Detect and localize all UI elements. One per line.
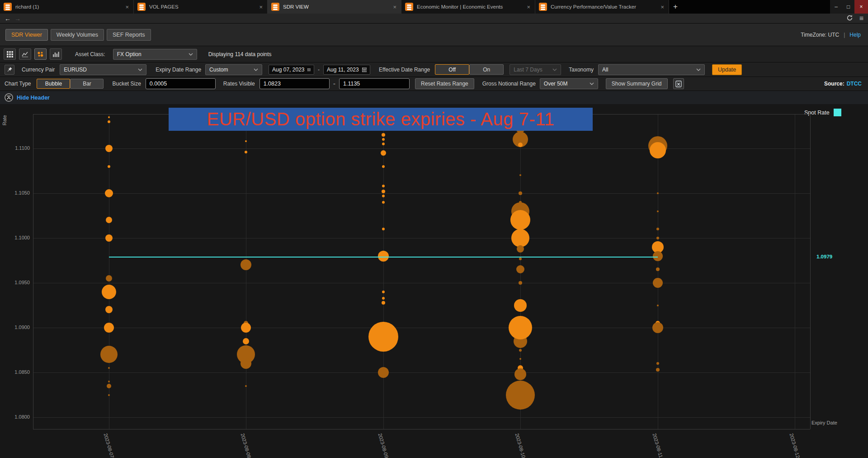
bubble[interactable] — [382, 165, 385, 168]
bubble[interactable] — [105, 145, 113, 152]
bubble[interactable] — [519, 258, 522, 260]
browser-tab-currency-tracker[interactable]: Currency Performance/Value Tracker × — [535, 0, 669, 14]
bubble[interactable] — [108, 120, 110, 123]
bubble[interactable] — [519, 349, 522, 352]
collapse-icon[interactable] — [5, 93, 13, 102]
reset-rates-range-button[interactable]: Reset Rates Range — [415, 78, 474, 89]
effective-range-off-button[interactable]: Off — [435, 64, 469, 75]
new-tab-button[interactable]: + — [669, 0, 682, 14]
update-button[interactable]: Update — [712, 64, 742, 75]
bubble[interactable] — [653, 278, 663, 288]
bubble[interactable] — [656, 237, 659, 239]
bubble[interactable] — [382, 143, 385, 145]
bubble[interactable] — [657, 192, 659, 194]
bubble[interactable] — [382, 201, 385, 204]
bubble[interactable] — [506, 381, 535, 410]
bubble[interactable] — [104, 323, 114, 333]
bubble[interactable] — [107, 384, 111, 388]
bubble[interactable] — [241, 259, 251, 270]
close-button[interactable]: × — [854, 0, 868, 14]
tab-close-icon[interactable]: × — [660, 4, 665, 10]
back-icon[interactable]: ← — [5, 15, 11, 22]
bubble[interactable] — [657, 305, 659, 306]
bubble[interactable] — [519, 358, 521, 360]
menu-icon[interactable]: ≡ — [859, 14, 863, 23]
bubble[interactable] — [368, 322, 398, 352]
bubble[interactable] — [106, 217, 112, 223]
tab-weekly-volumes[interactable]: Weekly Volumes — [51, 29, 104, 41]
bubble[interactable] — [509, 316, 532, 339]
tab-sdr-viewer[interactable]: SDR Viewer — [5, 29, 48, 41]
bubble[interactable] — [381, 150, 386, 156]
rates-max-input[interactable]: 1.1135 — [339, 78, 410, 89]
date-from-field[interactable]: Aug 07, 2023 — [269, 65, 314, 75]
bubble[interactable] — [652, 322, 663, 333]
taxonomy-dropdown[interactable]: All — [598, 64, 705, 75]
bubble[interactable] — [241, 358, 251, 369]
source-value-link[interactable]: DTCC — [847, 81, 862, 87]
gross-notional-dropdown[interactable]: Over 50M — [540, 78, 598, 89]
bubble[interactable] — [100, 346, 118, 363]
currency-pair-dropdown[interactable]: EURUSD — [60, 64, 146, 75]
chart-type-bar-button[interactable]: Bar — [70, 79, 104, 89]
bubble[interactable] — [519, 174, 521, 176]
bubble[interactable] — [105, 189, 113, 197]
show-summary-grid-button[interactable]: Show Summary Grid — [606, 78, 668, 89]
bubble[interactable] — [108, 394, 110, 396]
bucket-size-input[interactable]: 0.0005 — [146, 78, 216, 89]
bubble[interactable] — [108, 367, 110, 369]
bubble[interactable] — [656, 267, 660, 271]
bubble[interactable] — [382, 195, 385, 197]
chart-type-bubble-button[interactable]: Bubble — [37, 79, 70, 89]
bubble[interactable] — [378, 367, 389, 378]
effective-range-on-button[interactable]: On — [469, 64, 504, 75]
bubble[interactable] — [243, 338, 249, 344]
bubble[interactable] — [245, 140, 247, 142]
pin-button[interactable] — [5, 65, 14, 75]
bubble[interactable] — [108, 165, 110, 168]
tab-sef-reports[interactable]: SEF Reports — [107, 29, 151, 41]
bubble[interactable] — [514, 299, 527, 312]
bubble[interactable] — [519, 281, 522, 285]
bubble[interactable] — [656, 228, 659, 230]
hide-header-link[interactable]: Hide Header — [17, 95, 50, 101]
browser-tab-vol-pages[interactable]: VOL PAGES × — [134, 0, 268, 14]
tab-close-icon[interactable]: × — [124, 4, 130, 10]
bubble[interactable] — [245, 385, 247, 387]
bubble[interactable] — [511, 229, 529, 247]
browser-tab-richard[interactable]: richard (1) × — [0, 0, 134, 14]
bubble[interactable] — [105, 306, 113, 313]
bubble[interactable] — [510, 210, 530, 230]
bubble[interactable] — [656, 368, 660, 372]
bubble[interactable] — [245, 151, 247, 153]
bubble[interactable] — [514, 368, 526, 380]
bubble[interactable] — [650, 142, 666, 158]
bubble[interactable] — [517, 245, 524, 253]
line-chart-view-button[interactable] — [19, 48, 31, 60]
bubble[interactable] — [516, 265, 524, 273]
rates-min-input[interactable]: 1.0823 — [259, 78, 330, 89]
refresh-icon[interactable] — [846, 14, 853, 23]
bubble[interactable] — [102, 285, 116, 299]
date-to-field[interactable]: Aug 11, 2023 — [323, 65, 370, 75]
expiry-date-range-dropdown[interactable]: Custom — [205, 64, 262, 75]
bubble[interactable] — [382, 133, 385, 137]
bubble[interactable] — [519, 191, 522, 195]
browser-tab-economic-monitor[interactable]: Economic Monitor | Economic Events × — [401, 0, 535, 14]
forward-icon[interactable]: → — [14, 15, 21, 22]
bubble[interactable] — [382, 297, 385, 300]
bubble[interactable] — [105, 234, 113, 242]
restore-button[interactable]: □ — [842, 0, 854, 14]
bubble[interactable] — [382, 138, 385, 141]
tab-close-icon[interactable]: × — [392, 4, 397, 10]
browser-tab-sdr-view[interactable]: SDR VIEW × — [268, 0, 401, 14]
asset-class-dropdown[interactable]: FX Option — [113, 49, 197, 60]
bubble[interactable] — [382, 185, 385, 187]
excel-export-button[interactable] — [673, 78, 684, 89]
help-link[interactable]: Help — [849, 32, 861, 38]
bubble[interactable] — [108, 116, 110, 118]
bubble[interactable] — [382, 228, 385, 230]
bubble[interactable] — [106, 275, 112, 281]
bubble[interactable] — [382, 291, 385, 293]
bubble[interactable] — [656, 362, 659, 365]
